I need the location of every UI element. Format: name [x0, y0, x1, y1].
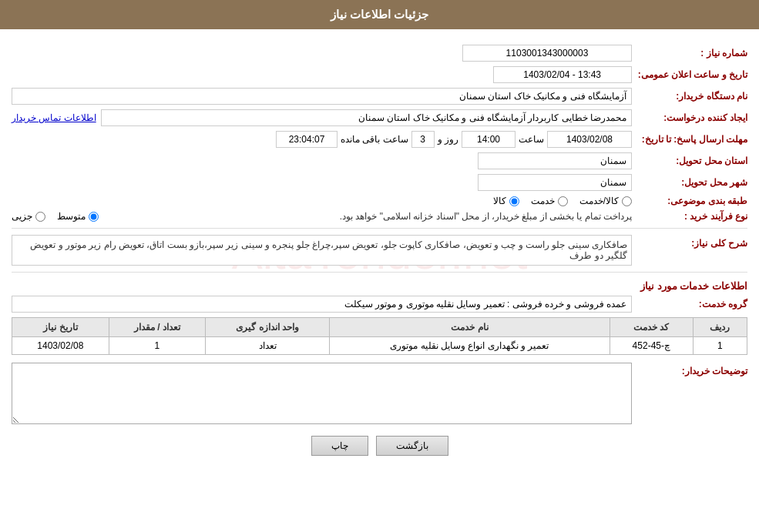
col-row-num: ردیف	[693, 318, 747, 337]
process-label: نوع فرآیند خرید :	[632, 211, 747, 222]
radio-khedmat[interactable]	[558, 196, 568, 206]
radio-khedmat-item[interactable]: خدمت	[531, 196, 568, 206]
radio-kala-khedmat-item[interactable]: کالا/خدمت	[579, 196, 632, 206]
radio-motavasset-label: متوسط	[57, 211, 86, 222]
radio-jozvi-label: جزیی	[12, 211, 32, 222]
table-row: 1 چ-45-452 تعمیر و نگهداری انواع وسایل ن…	[12, 337, 747, 355]
remaining-time-field: 23:04:07	[276, 131, 338, 148]
need-number-field: 1103001343000003	[462, 45, 632, 62]
services-section-title: اطلاعات خدمات مورد نیاز	[12, 280, 747, 292]
time-field: 14:00	[462, 131, 516, 148]
cell-service-code: چ-45-452	[610, 337, 693, 355]
province-label: استان محل تحویل:	[632, 156, 747, 166]
buyer-org-field: آزمایشگاه فنی و مکانیک خاک استان سمنان	[12, 88, 632, 105]
requester-label: ایجاد کننده درخواست:	[632, 112, 747, 123]
province-field: سمنان	[478, 152, 632, 169]
buyer-org-label: نام دستگاه خریدار:	[632, 91, 747, 102]
group-service-row: گروه خدمت: عمده فروشی و خرده فروشی : تعم…	[12, 296, 747, 313]
remaining-label: ساعت باقی مانده	[341, 134, 408, 145]
category-label: طبقه بندی موضوعی:	[632, 196, 747, 206]
radio-motavasset-item[interactable]: متوسط	[57, 211, 99, 222]
radio-jozvi[interactable]	[35, 212, 45, 222]
buyer-description-label: توضیحات خریدار:	[632, 363, 747, 376]
radio-jozvi-item[interactable]: جزیی	[12, 211, 45, 222]
col-quantity: تعداد / مقدار	[109, 318, 206, 337]
response-date-label: مهلت ارسال پاسخ: تا تاریخ:	[632, 134, 747, 145]
col-unit: واحد اندازه گیری	[206, 318, 330, 337]
services-table: ردیف کد خدمت نام خدمت واحد اندازه گیری ت…	[12, 317, 747, 355]
buyer-description-textarea[interactable]	[12, 363, 632, 424]
button-row: بازگشت چاپ	[12, 436, 747, 467]
radio-kala-item[interactable]: کالا	[493, 196, 519, 206]
page-header: جزئیات اطلاعات نیاز	[0, 0, 759, 29]
cell-quantity: 1	[109, 337, 206, 355]
contact-info-link[interactable]: اطلاعات تماس خریدار	[12, 112, 96, 123]
col-date: تاریخ نیاز	[12, 318, 109, 337]
cell-row-num: 1	[693, 337, 747, 355]
cell-service-name: تعمیر و نگهداری انواع وسایل نقلیه موتوری	[330, 337, 610, 355]
col-service-name: نام خدمت	[330, 318, 610, 337]
city-label: شهر محل تحویل:	[632, 177, 747, 188]
radio-kala-khedmat-label: کالا/خدمت	[579, 196, 619, 206]
city-field: سمنان	[478, 174, 632, 191]
process-radio-group: پرداخت تمام یا بخشی از مبلغ خریدار، از م…	[12, 211, 632, 222]
radio-motavasset[interactable]	[89, 212, 99, 222]
payment-row: پرداخت تمام یا بخشی از مبلغ خریدار، از م…	[110, 211, 632, 222]
need-number-label: شماره نیاز :	[632, 48, 747, 59]
radio-khedmat-label: خدمت	[531, 196, 555, 206]
description-label: شرح کلی نیاز:	[632, 235, 747, 249]
announce-date-label: تاریخ و ساعت اعلان عمومی:	[632, 69, 747, 80]
description-field: صافکاری سینی جلو راست و چب و تعویض، صافک…	[12, 235, 632, 266]
print-button[interactable]: چاپ	[311, 436, 368, 456]
group-service-field: عمده فروشی و خرده فروشی : تعمیر وسایل نق…	[12, 296, 632, 313]
cell-unit: تعداد	[206, 337, 330, 355]
page-title: جزئیات اطلاعات نیاز	[331, 8, 428, 21]
response-date-field: 1403/02/08	[547, 131, 632, 148]
payment-note: پرداخت تمام یا بخشی از مبلغ خریدار، از م…	[340, 211, 632, 222]
announce-date-field: 1403/02/04 - 13:43	[493, 66, 632, 83]
days-label: روز و	[438, 134, 458, 145]
back-button[interactable]: بازگشت	[376, 436, 448, 456]
radio-kala-khedmat[interactable]	[622, 196, 632, 206]
group-service-label: گروه خدمت:	[632, 299, 747, 309]
time-label: ساعت	[519, 134, 544, 145]
cell-date: 1403/02/08	[12, 337, 109, 355]
category-radio-group: کالا/خدمت خدمت کالا	[12, 196, 632, 206]
radio-kala-label: کالا	[493, 196, 506, 206]
radio-kala[interactable]	[509, 196, 519, 206]
days-field: 3	[411, 131, 435, 148]
requester-field: محمدرضا خطایی کاربردار آزمایشگاه فنی و م…	[101, 109, 632, 126]
col-service-code: کد خدمت	[610, 318, 693, 337]
